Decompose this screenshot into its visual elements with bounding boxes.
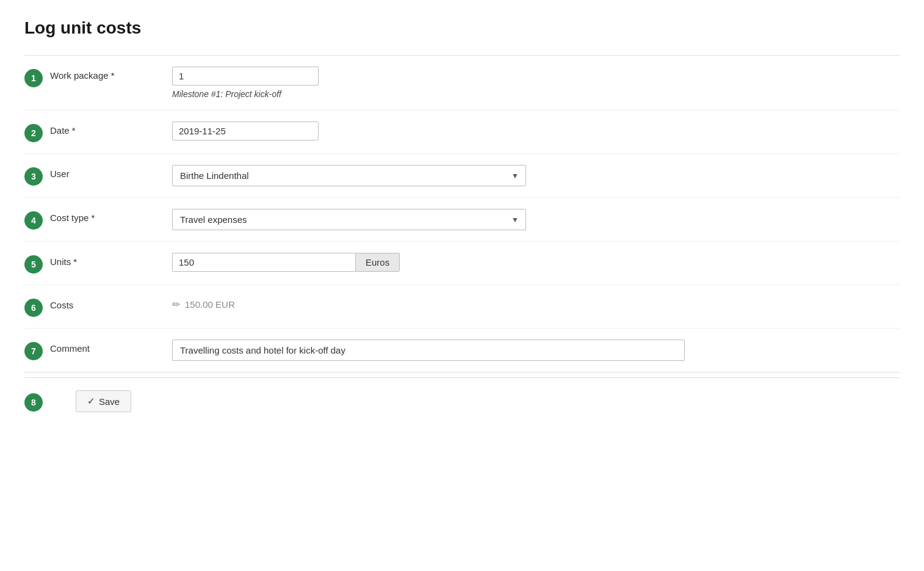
units-suffix: Euros xyxy=(355,253,400,272)
costs-row: 6 Costs ✏ 150.00 EUR xyxy=(24,285,900,329)
user-row: 3 User Birthe Lindenthal ▼ xyxy=(24,154,900,198)
step-badge-5: 5 xyxy=(24,255,43,274)
step-badge-7: 7 xyxy=(24,342,43,360)
units-input-row: Euros xyxy=(172,253,900,272)
checkmark-icon: ✓ xyxy=(87,396,95,407)
date-field-content xyxy=(172,122,900,140)
form-container: 1 Work package * Milestone #1: Project k… xyxy=(24,55,900,373)
units-field-content: Euros xyxy=(172,253,900,272)
milestone-hint: Milestone #1: Project kick-off xyxy=(172,89,900,99)
work-package-row: 1 Work package * Milestone #1: Project k… xyxy=(24,56,900,111)
cost-type-row: 4 Cost type * Travel expenses ▼ xyxy=(24,198,900,242)
save-button[interactable]: ✓ Save xyxy=(76,390,131,412)
comment-label: Comment xyxy=(50,340,172,354)
costs-value: 150.00 EUR xyxy=(185,299,235,310)
cost-type-label: Cost type * xyxy=(50,209,172,223)
step-badge-8: 8 xyxy=(24,393,43,412)
units-input[interactable] xyxy=(172,253,355,272)
comment-input[interactable] xyxy=(172,340,685,361)
comment-field-content xyxy=(172,340,900,361)
page-title: Log unit costs xyxy=(24,18,900,38)
date-label: Date * xyxy=(50,122,172,136)
units-row: 5 Units * Euros xyxy=(24,242,900,285)
step-badge-3: 3 xyxy=(24,167,43,186)
step-badge-2: 2 xyxy=(24,124,43,142)
costs-label: Costs xyxy=(50,296,172,310)
cost-type-select-wrapper: Travel expenses ▼ xyxy=(172,209,526,230)
date-row: 2 Date * xyxy=(24,111,900,154)
work-package-label: Work package * xyxy=(50,67,172,81)
date-input[interactable] xyxy=(172,122,319,140)
user-select-wrapper: Birthe Lindenthal ▼ xyxy=(172,165,526,186)
save-row: 8 ✓ Save xyxy=(24,377,900,424)
save-button-label: Save xyxy=(99,396,120,407)
units-label: Units * xyxy=(50,253,172,267)
cost-type-field-content: Travel expenses ▼ xyxy=(172,209,900,230)
step-badge-4: 4 xyxy=(24,211,43,230)
user-field-content: Birthe Lindenthal ▼ xyxy=(172,165,900,186)
work-package-field-content: Milestone #1: Project kick-off xyxy=(172,67,900,99)
step-badge-6: 6 xyxy=(24,299,43,317)
cost-type-select[interactable]: Travel expenses xyxy=(172,209,526,230)
page-container: Log unit costs 1 Work package * Mileston… xyxy=(0,0,924,449)
comment-row: 7 Comment xyxy=(24,329,900,372)
step-badge-1: 1 xyxy=(24,69,43,87)
costs-display: ✏ 150.00 EUR xyxy=(172,296,900,310)
costs-field-content: ✏ 150.00 EUR xyxy=(172,296,900,310)
user-select[interactable]: Birthe Lindenthal xyxy=(172,165,526,186)
work-package-input[interactable] xyxy=(172,67,319,85)
pencil-icon: ✏ xyxy=(172,299,180,310)
user-label: User xyxy=(50,165,172,179)
